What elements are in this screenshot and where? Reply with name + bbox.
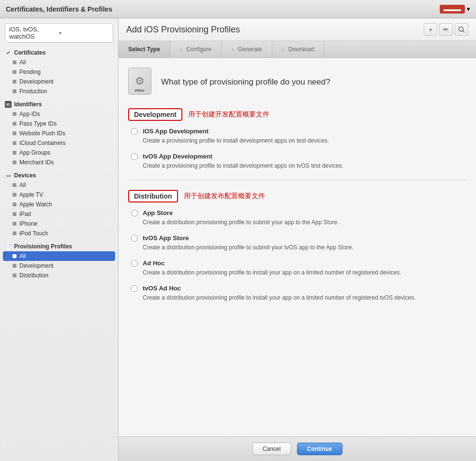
provisioning-label: Provisioning Profiles <box>14 243 72 250</box>
step-download: › Download <box>272 41 325 58</box>
sidebar-item-website-push-ids[interactable]: Website Push IDs <box>0 129 118 138</box>
development-tag: Development <box>128 108 182 121</box>
content-header: Add iOS Provisioning Profiles + ✏ <box>119 18 476 41</box>
devices-label: Devices <box>14 172 36 179</box>
sidebar-item-ipad[interactable]: iPad <box>0 209 118 219</box>
dot-icon <box>13 131 16 135</box>
tvos-app-dev-radio[interactable] <box>131 153 138 160</box>
platform-dropdown-label: iOS, tvOS, watchOS <box>9 26 59 40</box>
dot-icon <box>13 202 16 206</box>
sidebar-item-label: App Groups <box>19 149 50 156</box>
option-title: tvOS App Development <box>143 153 212 160</box>
app-store-radio[interactable] <box>131 210 138 216</box>
option-title: iOS App Development <box>143 128 208 135</box>
sidebar-item-pass-type-ids[interactable]: Pass Type IDs <box>0 119 118 129</box>
identifiers-icon: ID <box>5 101 12 108</box>
sidebar-item-label: App IDs <box>19 111 40 117</box>
tvos-ad-hoc-radio[interactable] <box>131 285 138 292</box>
chevron-down-icon: ▾ <box>59 30 109 36</box>
dot-icon <box>13 231 16 235</box>
prov-icon-label: PROV <box>135 89 145 92</box>
sidebar-item-cert-all[interactable]: All <box>0 58 118 67</box>
content-area: Add iOS Provisioning Profiles + ✏ Select… <box>119 18 476 461</box>
main-container: iOS, tvOS, watchOS ▾ ✔ Certificates All … <box>0 18 476 461</box>
dot-icon <box>13 80 16 84</box>
app-title: Certificates, Identifiers & Profiles <box>6 5 112 13</box>
sidebar-item-cert-development[interactable]: Development <box>0 77 118 86</box>
step-generate: › Generate <box>222 41 272 58</box>
option-title: Ad Hoc <box>143 259 165 267</box>
platform-dropdown[interactable]: iOS, tvOS, watchOS ▾ <box>5 23 113 43</box>
sidebar-item-merchant-ids[interactable]: Merchant IDs <box>0 158 118 167</box>
sidebar-item-apple-watch[interactable]: Apple Watch <box>0 200 118 209</box>
divider <box>128 180 466 180</box>
sidebar-item-profiles-all[interactable]: All <box>3 251 115 261</box>
add-button[interactable]: + <box>424 23 437 36</box>
identifiers-header: ID Identifiers <box>0 98 118 109</box>
sidebar-item-profiles-development[interactable]: Development <box>0 261 118 271</box>
development-section-header: Development 用于创建开发配置概要文件 <box>128 108 466 121</box>
sidebar-item-apple-tv[interactable]: Apple TV <box>0 190 118 200</box>
option-title: App Store <box>143 209 173 216</box>
step-label: Download <box>288 46 314 53</box>
dot-icon <box>13 141 16 145</box>
sidebar-item-app-groups[interactable]: App Groups <box>0 148 118 158</box>
option-desc: Create a provisioning profile to install… <box>143 161 466 170</box>
devices-icon: ▭ <box>5 172 12 179</box>
user-area[interactable]: ▬▬▬ ▾ <box>440 5 470 14</box>
cancel-button[interactable]: Cancel <box>253 443 291 455</box>
distribution-section-header: Distribution 用于创建发布配置概要文件 <box>128 190 466 202</box>
dot-icon <box>13 70 16 74</box>
option-header: Ad Hoc <box>131 259 466 267</box>
certificates-icon: ✔ <box>5 49 12 56</box>
sidebar-item-label: Merchant IDs <box>19 159 54 166</box>
sidebar-item-ipod-touch[interactable]: iPod Touch <box>0 229 118 238</box>
tvos-app-store-radio[interactable] <box>131 235 138 242</box>
sidebar-item-label: Apple TV <box>19 191 43 198</box>
footer: Cancel Continue <box>119 436 476 461</box>
sidebar-item-cert-pending[interactable]: Pending <box>0 67 118 77</box>
option-desc: Create a distribution provisioning profi… <box>143 218 466 227</box>
sidebar-item-cert-production[interactable]: Production <box>0 86 118 96</box>
sidebar-item-label: Apple Watch <box>19 201 52 208</box>
tvos-ad-hoc-option: tvOS Ad Hoc Create a distribution provis… <box>128 285 466 302</box>
devices-header: ▭ Devices <box>0 169 118 180</box>
option-header: tvOS App Store <box>131 234 466 242</box>
content-title: Add iOS Provisioning Profiles <box>126 25 240 35</box>
sidebar-item-label: iPhone <box>19 220 37 227</box>
ad-hoc-radio[interactable] <box>131 260 138 267</box>
step-configure: › Configure <box>170 41 222 58</box>
dot-icon <box>13 112 16 116</box>
search-button[interactable] <box>455 23 468 36</box>
dot-icon <box>13 160 16 164</box>
ad-hoc-option: Ad Hoc Create a distribution provisionin… <box>128 259 466 277</box>
sidebar-item-app-ids[interactable]: App IDs <box>0 109 118 119</box>
sidebar-item-profiles-distribution[interactable]: Distribution <box>0 271 118 280</box>
sidebar-item-label: Pass Type IDs <box>19 120 57 127</box>
certificates-header: ✔ Certificates <box>0 46 118 58</box>
prov-header: ⚙ PROV What type of provisioning profile… <box>128 68 466 97</box>
identifiers-section: ID Identifiers App IDs Pass Type IDs Web… <box>0 98 118 167</box>
dot-icon <box>13 193 16 197</box>
development-subtitle: 用于创建开发配置概要文件 <box>188 110 269 119</box>
sidebar-item-label: Development <box>19 78 54 85</box>
sidebar-item-iphone[interactable]: iPhone <box>0 219 118 229</box>
sidebar-item-label: Production <box>19 88 47 95</box>
sidebar-item-icloud-containers[interactable]: iCloud Containers <box>0 138 118 148</box>
distribution-subtitle: 用于创建发布配置概要文件 <box>184 192 265 201</box>
identifiers-label: Identifiers <box>14 101 42 108</box>
step-select-type[interactable]: Select Type <box>119 41 170 58</box>
sidebar-item-devices-all[interactable]: All <box>0 180 118 190</box>
svg-line-1 <box>463 31 465 33</box>
tvos-app-store-option: tvOS App Store Create a distribution pro… <box>128 234 466 252</box>
edit-button[interactable]: ✏ <box>439 23 453 36</box>
arrow-icon: › <box>231 45 234 54</box>
option-desc: Create a provisioning profile to install… <box>143 136 466 145</box>
option-title: tvOS Ad Hoc <box>143 285 181 292</box>
app-store-option: App Store Create a distribution provisio… <box>128 209 466 227</box>
dot-icon <box>13 274 16 277</box>
sidebar-item-label: iCloud Containers <box>19 140 65 146</box>
continue-button[interactable]: Continue <box>297 443 342 455</box>
ios-app-dev-radio[interactable] <box>131 128 138 135</box>
option-desc: Create a distribution provisioning profi… <box>143 293 466 302</box>
